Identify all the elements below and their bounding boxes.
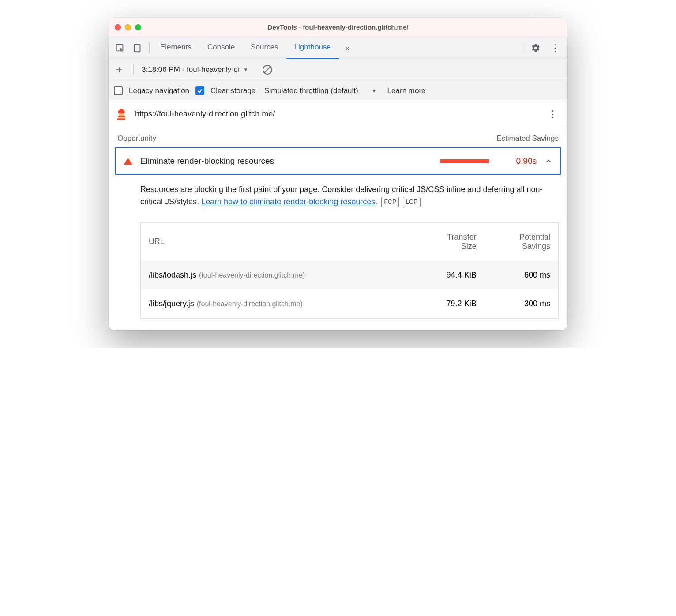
toolbar-separator bbox=[523, 42, 523, 54]
col-url: URL bbox=[141, 222, 412, 261]
lighthouse-logo-icon bbox=[115, 108, 128, 121]
toolbar-separator bbox=[133, 64, 134, 75]
toolbar-separator bbox=[149, 42, 150, 54]
traffic-lights bbox=[115, 24, 141, 30]
report-url: https://foul-heavenly-direction.glitch.m… bbox=[135, 109, 275, 119]
tab-console[interactable]: Console bbox=[199, 37, 243, 59]
window-minimize-button[interactable] bbox=[125, 24, 131, 30]
inspect-icon[interactable] bbox=[111, 37, 129, 59]
new-report-button[interactable]: + bbox=[113, 64, 125, 76]
audit-description-suffix: . bbox=[375, 197, 377, 206]
tab-elements[interactable]: Elements bbox=[152, 37, 199, 59]
estimated-savings-heading: Estimated Savings bbox=[496, 134, 559, 143]
legacy-navigation-label: Legacy navigation bbox=[129, 86, 189, 95]
audit-render-blocking[interactable]: Eliminate render-blocking resources 0.90… bbox=[115, 147, 561, 175]
audit-title: Eliminate render-blocking resources bbox=[140, 156, 432, 166]
learn-link[interactable]: Learn how to eliminate render-blocking r… bbox=[201, 197, 375, 206]
cell-size: 79.2 KiB bbox=[412, 289, 484, 319]
table-row: /libs/lodash.js(foul-heavenly-direction.… bbox=[141, 261, 559, 289]
window-close-button[interactable] bbox=[115, 24, 121, 30]
tab-lighthouse[interactable]: Lighthouse bbox=[286, 37, 339, 59]
tab-bar: ElementsConsoleSourcesLighthouse » ⋮ bbox=[109, 37, 567, 59]
learn-more-link[interactable]: Learn more bbox=[387, 86, 426, 95]
throttling-label: Simulated throttling (default) bbox=[264, 86, 358, 95]
savings-bar bbox=[440, 159, 489, 163]
fail-triangle-icon bbox=[124, 158, 132, 165]
lcp-badge: LCP bbox=[403, 197, 420, 207]
devtools-window: DevTools - foul-heavenly-direction.glitc… bbox=[109, 18, 567, 330]
opportunities-header: Opportunity Estimated Savings bbox=[109, 127, 567, 147]
clear-storage-label: Clear storage bbox=[210, 86, 255, 95]
svg-rect-0 bbox=[116, 44, 123, 51]
kebab-menu-icon[interactable]: ⋮ bbox=[545, 37, 565, 59]
legacy-navigation-checkbox[interactable] bbox=[114, 86, 123, 95]
report-menu-icon[interactable]: ⋮ bbox=[545, 109, 561, 120]
device-toolbar-icon[interactable] bbox=[129, 37, 146, 59]
fcp-badge: FCP bbox=[381, 197, 399, 207]
cell-url: /libs/jquery.js(foul-heavenly-direction.… bbox=[141, 289, 412, 319]
cell-savings: 600 ms bbox=[484, 261, 559, 289]
opportunity-heading: Opportunity bbox=[117, 134, 156, 143]
settings-icon[interactable] bbox=[526, 37, 545, 59]
window-title: DevTools - foul-heavenly-direction.glitc… bbox=[109, 23, 567, 31]
cell-url: /libs/lodash.js(foul-heavenly-direction.… bbox=[141, 261, 412, 289]
report-selector-label: 3:18:06 PM - foul-heavenly-di bbox=[142, 65, 240, 74]
col-size: TransferSize bbox=[412, 222, 484, 261]
audit-description: Resources are blocking the first paint o… bbox=[109, 180, 567, 212]
report-selector[interactable]: 3:18:06 PM - foul-heavenly-di ▼ bbox=[142, 65, 248, 74]
report-url-row: https://foul-heavenly-direction.glitch.m… bbox=[109, 101, 567, 127]
lighthouse-toolbar: + 3:18:06 PM - foul-heavenly-di ▼ bbox=[109, 59, 567, 80]
lighthouse-settings-bar: Legacy navigation Clear storage Simulate… bbox=[109, 80, 567, 101]
resources-table: URL TransferSize PotentialSavings /libs/… bbox=[140, 222, 559, 319]
table-row: /libs/jquery.js(foul-heavenly-direction.… bbox=[141, 289, 559, 319]
svg-marker-2 bbox=[118, 108, 125, 113]
cell-size: 94.4 KiB bbox=[412, 261, 484, 289]
clear-all-icon[interactable] bbox=[263, 65, 272, 75]
col-savings: PotentialSavings bbox=[484, 222, 559, 261]
table-header-row: URL TransferSize PotentialSavings bbox=[141, 222, 559, 261]
svg-rect-5 bbox=[117, 117, 126, 118]
titlebar: DevTools - foul-heavenly-direction.glitc… bbox=[109, 18, 567, 37]
chevron-up-icon[interactable] bbox=[545, 157, 552, 165]
throttling-dropdown[interactable]: ▼ bbox=[372, 88, 377, 94]
chevron-down-icon: ▼ bbox=[243, 67, 248, 73]
audit-value: 0.90s bbox=[497, 156, 537, 166]
window-maximize-button[interactable] bbox=[135, 24, 141, 30]
cell-savings: 300 ms bbox=[484, 289, 559, 319]
clear-storage-checkbox[interactable] bbox=[195, 86, 204, 95]
svg-rect-1 bbox=[135, 44, 140, 52]
tab-sources[interactable]: Sources bbox=[243, 37, 286, 59]
svg-rect-3 bbox=[119, 113, 124, 116]
more-tabs-icon[interactable]: » bbox=[339, 37, 357, 59]
